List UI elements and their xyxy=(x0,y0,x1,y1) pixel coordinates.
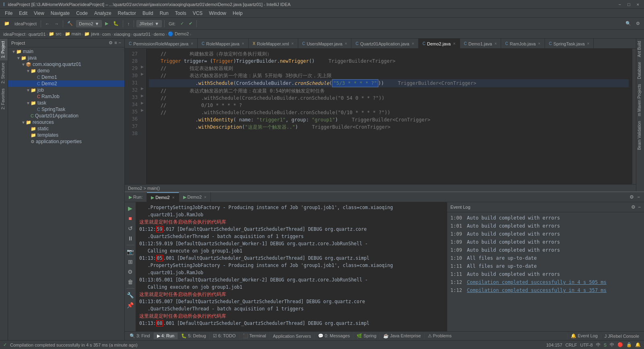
menu-vcs[interactable]: VCS xyxy=(190,10,206,17)
bottom-tool-run[interactable]: ▶ 4: Run xyxy=(154,333,178,339)
tab-close-demo2-2[interactable]: × xyxy=(204,195,206,199)
bottom-event-log[interactable]: 🔔 Event Log xyxy=(567,333,601,339)
tab-role-mapper[interactable]: C RoleMapper.java × xyxy=(198,39,249,49)
bottom-tab-demo2-2[interactable]: ▶ Demo2 × xyxy=(179,192,211,202)
tab-close-icon9[interactable]: × xyxy=(587,41,590,46)
bc-quartz01-2[interactable]: quartz01 xyxy=(133,32,151,37)
tab-close-icon7[interactable]: × xyxy=(495,41,497,46)
right-tab-database[interactable]: Database xyxy=(636,60,644,82)
tab-ramjob[interactable]: C RamJob.java × xyxy=(501,39,545,49)
tree-demo[interactable]: ▼ 📁 demo xyxy=(8,68,124,74)
sidebar-tab-structure[interactable]: 2: Structure xyxy=(0,60,8,86)
tree-main[interactable]: ▼ 📁 main xyxy=(8,48,124,55)
tab-springtask[interactable]: C SpringTask.java × xyxy=(545,39,594,49)
menu-file[interactable]: File xyxy=(2,10,16,17)
status-crlf[interactable]: CRLF xyxy=(566,343,577,347)
bottom-tool-spring[interactable]: 🌿 Spring xyxy=(353,333,380,339)
menu-refactor[interactable]: Refactor xyxy=(115,10,139,17)
bc-java[interactable]: 📁 java xyxy=(84,31,99,37)
run-filter-btn[interactable]: ⚙ xyxy=(126,267,135,276)
status-charset[interactable]: UTF-8 xyxy=(580,343,592,347)
tab-close-icon[interactable]: × xyxy=(191,41,193,46)
menu-analyze[interactable]: Analyze xyxy=(91,10,115,17)
event-item-10[interactable]: 1:12 Compilation completed successfully … xyxy=(450,286,641,294)
minimize-btn[interactable]: − xyxy=(617,2,622,7)
code-content[interactable]: // 构建触发器（存放定时任务执行规则） Trigger trigger= (T… xyxy=(146,49,632,184)
close-btn[interactable]: × xyxy=(635,2,641,7)
status-indent[interactable]: 中 xyxy=(596,342,601,348)
bottom-tool-find[interactable]: 🔍 3: Find xyxy=(126,333,154,339)
bottom-tool-todo[interactable]: ☑ 6: TODO xyxy=(210,333,239,339)
menu-build[interactable]: Build xyxy=(139,10,157,17)
bottom-tool-app-servers[interactable]: Application Servers xyxy=(270,333,315,339)
toolbar-back-btn[interactable]: ← xyxy=(43,21,51,27)
right-tab-ant-build[interactable]: Ant Build xyxy=(636,39,644,60)
run-scroll-btn[interactable]: ⊞ xyxy=(126,257,135,266)
tab-users-mapper[interactable]: C UsersMapper.java × xyxy=(298,39,352,49)
tree-springtask[interactable]: C SpringTask xyxy=(8,106,124,113)
tree-quartz01app[interactable]: C Quartz01Application xyxy=(8,113,124,119)
bc-main[interactable]: 📁 main xyxy=(65,31,81,37)
tab-quartz01app[interactable]: C Quartz01Application.java × xyxy=(351,39,418,49)
tree-app-properties[interactable]: ⚙ application.properties xyxy=(8,138,124,145)
toolbar-git-tick-btn[interactable]: ✔ xyxy=(187,20,194,27)
toolbar-search-btn[interactable]: 🔍 xyxy=(624,20,633,27)
tab-close-icon8[interactable]: × xyxy=(538,41,541,46)
project-close-icon[interactable]: − xyxy=(119,40,121,45)
menu-code[interactable]: Code xyxy=(73,10,91,17)
bc-quartz01[interactable]: quartz01 xyxy=(29,32,46,37)
bottom-tab-run-label[interactable]: ▶ Run: xyxy=(125,192,147,202)
menu-window[interactable]: Window xyxy=(206,10,229,17)
menu-run[interactable]: Run xyxy=(157,10,172,17)
tree-java[interactable]: ▼ 📁 java xyxy=(8,55,124,61)
toolbar-settings-btn[interactable]: ⚙ xyxy=(634,20,642,27)
run-output[interactable]: .PropertySettingJobFactory - Producing i… xyxy=(136,202,447,331)
run-pause-btn[interactable]: ⏸ xyxy=(126,234,135,243)
tab-close-icon4[interactable]: × xyxy=(345,41,347,46)
toolbar-run-dropdown[interactable]: Demo2 ▼ xyxy=(76,20,102,27)
run-stop-btn[interactable]: ■ xyxy=(126,214,135,223)
toolbar-update-btn[interactable]: ↑ xyxy=(126,21,131,27)
bottom-tab-demo2-1[interactable]: ▶ Demo2 × xyxy=(147,192,179,202)
bottom-tool-debug[interactable]: 🐛 5: Debug xyxy=(178,333,210,339)
tree-task[interactable]: ▼ 📁 task xyxy=(8,100,124,106)
menu-navigate[interactable]: Navigate xyxy=(47,10,73,17)
right-tab-maven[interactable]: m Maven Projects xyxy=(636,82,644,119)
menu-tools[interactable]: Tools xyxy=(172,10,190,17)
tree-resources[interactable]: ▼ 📁 resources xyxy=(8,119,124,125)
tab-permission-role-mapper[interactable]: C PermissionRoleMapper.java × xyxy=(125,39,198,49)
tab-close-icon3[interactable]: × xyxy=(291,41,294,46)
tab-demo2[interactable]: C Demo2.java × xyxy=(419,39,460,49)
project-layout-icon[interactable]: ≡ xyxy=(114,40,117,45)
bc-demo[interactable]: demo xyxy=(154,32,165,37)
bc-demo2[interactable]: 🔵 Demo2 xyxy=(168,31,189,37)
bc-src[interactable]: 📁 src xyxy=(49,31,62,37)
run-wrench-btn[interactable]: 🔧 xyxy=(126,291,135,300)
toolbar-build-btn[interactable]: 🔨 xyxy=(66,20,74,27)
sidebar-tab-project[interactable]: 1: Project xyxy=(0,39,8,60)
toolbar-git-check-btn[interactable]: ✓ xyxy=(179,20,186,27)
tab-role-mapper-xml[interactable]: X RoleMapper.xml × xyxy=(249,39,298,49)
toolbar-forward-btn[interactable]: → xyxy=(53,21,60,27)
tab-close-icon6[interactable]: × xyxy=(453,41,456,46)
tab-close-icon5[interactable]: × xyxy=(412,41,414,46)
bc-xiaoqing[interactable]: xiaoqing xyxy=(114,32,130,37)
run-pin-btn[interactable]: 📌 xyxy=(126,301,135,310)
event-link-1[interactable]: Compilation completed successfully in 4 … xyxy=(467,279,607,286)
menu-help[interactable]: Help xyxy=(229,10,246,17)
tree-demo2[interactable]: C Demo2 xyxy=(8,80,124,87)
sidebar-tab-favorites[interactable]: 2: Favorites xyxy=(0,86,8,112)
fold-icon-30[interactable]: ▶ xyxy=(141,72,144,76)
tree-job[interactable]: ▼ 📁 job xyxy=(8,87,124,93)
event-log-settings-btn[interactable]: ⚙ xyxy=(631,204,636,210)
fold-icon-33[interactable]: ▶ xyxy=(141,94,144,98)
fold-icon-32[interactable]: ▶ xyxy=(141,86,144,90)
fold-icon-29[interactable]: ▶ xyxy=(141,65,144,69)
tree-templates[interactable]: 📁 templates xyxy=(8,132,124,138)
jrebel-dropdown[interactable]: JRebel ▼ xyxy=(136,20,162,27)
toolbar-project-label[interactable]: ideaProject xyxy=(13,21,38,27)
run-trash-btn[interactable]: 🗑 xyxy=(126,277,135,286)
tab-demo1[interactable]: C Demo1.java × xyxy=(460,39,502,49)
event-log-minimize-btn[interactable]: − xyxy=(638,204,641,210)
tab-close-demo2-1[interactable]: × xyxy=(172,195,175,200)
